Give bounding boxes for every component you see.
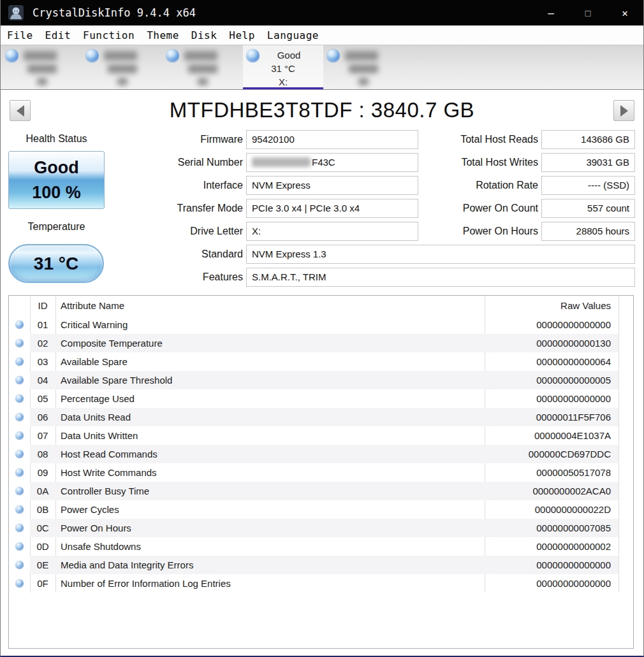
field-label-power-on-count: Power On Count [396,199,538,218]
table-row: 0FNumber of Error Information Log Entrie… [9,574,633,593]
redacted-text [345,51,378,61]
column-header-id: ID [30,296,55,315]
attribute-id: 09 [30,463,55,482]
field-value-total-host-writes: 39031 GB [541,153,635,172]
field-label-firmware: Firmware [115,130,243,149]
field-value-drive-letter: X: [246,222,418,241]
menu-item-theme[interactable]: Theme [147,29,179,41]
attribute-status-orb-icon [15,524,24,532]
attribute-raw-value: 00000000000000 [485,556,615,574]
field-value-rotation-rate: ---- (SSD) [541,176,635,195]
attribute-name: Media and Data Integrity Errors [61,556,193,574]
field-label-total-host-reads: Total Host Reads [396,130,538,149]
redacted-text [104,51,137,61]
attribute-name: Host Write Commands [61,463,157,482]
attribute-id: 0C [30,519,55,537]
attribute-raw-value: 00000000000005 [485,371,615,389]
attribute-name: Critical Warning [61,315,128,334]
menu-item-file[interactable]: File [7,29,33,41]
attribute-raw-value: 00000000000130 [485,334,615,352]
health-status-percentage: 100 % [32,180,81,205]
redacted-text [24,51,57,61]
health-status-value: Good [34,155,78,180]
attribute-status-orb-icon [15,487,24,495]
redacted-text [117,78,128,85]
attribute-id: 0D [30,537,55,556]
attribute-status-orb-icon [15,413,24,421]
attribute-name: Number of Error Information Log Entries [61,574,231,593]
drive-tab-selected[interactable]: Good 31 °C X: [243,45,323,89]
maximize-button[interactable]: □ [569,0,606,25]
crystaldiskinfo-window: CrystalDiskInfo 9.4.4 x64 — □ ✕ FileEdit… [0,0,644,657]
table-row: 03Available Spare00000000000064 [9,352,633,371]
arrow-left-icon [17,105,24,117]
field-label-rotation-rate: Rotation Rate [396,176,538,195]
minimize-button[interactable]: — [532,0,569,25]
field-label-total-host-writes: Total Host Writes [396,153,538,172]
attribute-id: 01 [30,315,55,334]
next-drive-button[interactable] [613,100,634,121]
attribute-id: 0E [30,556,55,574]
table-row: 01Critical Warning00000000000000 [9,315,633,334]
attribute-name: Data Units Written [61,426,138,445]
temperature-label: Temperature [8,221,105,233]
field-label-serial-number: Serial Number [115,153,243,172]
field-value-serial-number: F43C [246,153,418,172]
attribute-name: Host Read Commands [61,445,157,463]
main-content: MTFDHBE3T8TDF : 3840.7 GB Health Status … [1,89,643,656]
menu-item-help[interactable]: Help [229,29,255,41]
table-row: 0AController Busy Time0000000002ACA0 [9,482,633,500]
attribute-status-orb-icon [15,394,24,403]
column-header-raw-values: Raw Values [485,296,615,315]
field-value-features: S.M.A.R.T., TRIM [246,268,635,287]
field-value-power-on-count: 557 count [541,199,635,218]
menu-item-function[interactable]: Function [83,29,135,41]
drive-tab-redacted[interactable] [2,45,82,89]
attribute-raw-value: 00000004E1037A [485,426,615,445]
table-row: 08Host Read Commands000000CD697DDC [9,445,633,463]
attribute-status-orb-icon [15,468,24,477]
attribute-raw-value: 00000000000000 [485,574,615,593]
attribute-name: Percentage Used [61,389,135,408]
menu-item-language[interactable]: Language [267,29,319,41]
attribute-status-orb-icon [15,561,24,569]
drive-status-orb-icon [5,49,18,62]
title-bar: CrystalDiskInfo 9.4.4 x64 — □ ✕ [1,0,643,25]
previous-drive-button[interactable] [10,100,31,121]
attribute-id: 0B [30,500,55,519]
attribute-raw-value: 00000050517078 [485,463,615,482]
field-label-transfer-mode: Transfer Mode [115,199,243,218]
redacted-text [37,78,47,85]
attribute-id: 06 [30,408,55,426]
attribute-raw-value: 000000CD697DDC [485,445,615,463]
drive-tab-redacted[interactable] [163,45,243,89]
field-label-drive-letter: Drive Letter [115,222,243,241]
drive-status-orb-icon [246,49,260,62]
attribute-id: 02 [30,334,55,352]
table-row: 04Available Spare Threshold0000000000000… [9,371,633,389]
drive-tab-redacted[interactable] [82,45,163,89]
redacted-text [184,51,217,61]
column-header-attribute-name: Attribute Name [61,296,124,315]
redacted-text [27,64,57,73]
drive-status-orb-icon [85,49,99,62]
table-row: 02Composite Temperature00000000000130 [9,334,633,352]
attribute-status-orb-icon [15,321,24,329]
drive-title: MTFDHBE3T8TDF : 3840.7 GB [39,98,605,122]
field-label-interface: Interface [115,176,243,195]
table-row: 0DUnsafe Shutdowns00000000000002 [9,537,633,556]
temperature-value: 31 °C [34,254,78,274]
drive-tab-redacted[interactable] [323,45,404,89]
attribute-id: 0F [30,574,55,593]
menu-item-disk[interactable]: Disk [191,29,217,41]
attribute-name: Available Spare Threshold [61,371,172,389]
attribute-name: Unsafe Shutdowns [61,537,141,556]
attribute-raw-value: 00000000000064 [485,352,615,371]
attribute-id: 03 [30,352,55,371]
attribute-id: 05 [30,389,55,408]
menu-item-edit[interactable]: Edit [45,29,71,41]
close-button[interactable]: ✕ [606,0,643,25]
drive-tab-strip: Good 31 °C X: [1,45,643,89]
drive-status-orb-icon [166,49,179,62]
tab-temperature: 31 °C [243,62,323,75]
